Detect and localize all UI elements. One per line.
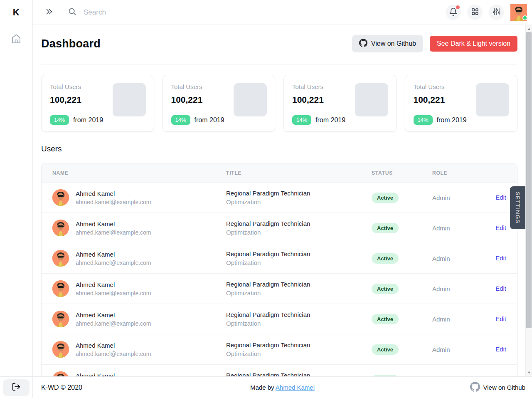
edit-link[interactable]: Edit bbox=[495, 376, 506, 376]
search-bar bbox=[68, 7, 446, 17]
sliders-icon bbox=[493, 7, 501, 17]
user-email: ahmed.kamel@example.com bbox=[76, 351, 151, 357]
footer-github-label: View on Github bbox=[483, 384, 525, 391]
stat-card-footer: 14% from 2019 bbox=[292, 115, 345, 125]
footer-github-button[interactable]: View on Github bbox=[470, 382, 525, 393]
column-header-title: TITLE bbox=[226, 170, 372, 176]
user-role: Admin bbox=[432, 255, 478, 262]
user-title: Regional Paradigm Technician bbox=[226, 341, 372, 349]
user-avatar bbox=[52, 280, 69, 297]
user-title-department: Optimization bbox=[226, 320, 372, 327]
table-row: Ahmed Kamel ahmed.kamel@example.com Regi… bbox=[42, 304, 517, 334]
theme-version-button[interactable]: See Dark & Light version bbox=[430, 36, 517, 52]
edit-link[interactable]: Edit bbox=[495, 224, 506, 231]
column-header-role: ROLE bbox=[432, 170, 478, 176]
user-menu-button[interactable] bbox=[510, 4, 527, 21]
title-cell: Regional Paradigm Technician Optimizatio… bbox=[226, 341, 372, 357]
status-cell: Active bbox=[372, 375, 432, 377]
app-logo: K bbox=[13, 0, 20, 25]
table-row: Ahmed Kamel ahmed.kamel@example.com Regi… bbox=[42, 273, 517, 304]
user-identity: Ahmed Kamel ahmed.kamel@example.com bbox=[76, 190, 151, 205]
stat-card-image-placeholder bbox=[113, 83, 146, 116]
status-badge: Active bbox=[372, 253, 399, 264]
scrollbar[interactable]: ▲ ▼ bbox=[525, 25, 532, 376]
stat-card-image-placeholder bbox=[355, 83, 388, 116]
status-badge: Active bbox=[372, 223, 399, 233]
chevron-double-right-icon bbox=[44, 7, 54, 17]
made-by-text: Made by Ahmed Kamel bbox=[250, 384, 315, 391]
notification-dot bbox=[456, 5, 460, 9]
column-header-name: NAME bbox=[52, 170, 226, 176]
actions-cell: Edit bbox=[478, 194, 506, 201]
users-table: NAME TITLE STATUS ROLE Ahmed Kamel bbox=[41, 163, 517, 376]
edit-link[interactable]: Edit bbox=[495, 285, 506, 292]
edit-link[interactable]: Edit bbox=[495, 346, 506, 353]
title-cell: Regional Paradigm Technician Optimizatio… bbox=[226, 190, 372, 205]
actions-cell: Edit bbox=[478, 255, 506, 262]
percentage-badge: 14% bbox=[292, 115, 311, 125]
stat-card-caption: from 2019 bbox=[73, 116, 103, 124]
users-section-title: Users bbox=[41, 144, 517, 153]
user-identity: Ahmed Kamel ahmed.kamel@example.com bbox=[76, 251, 151, 266]
user-email: ahmed.kamel@example.com bbox=[76, 290, 151, 297]
notifications-button[interactable] bbox=[446, 5, 461, 20]
user-identity: Ahmed Kamel ahmed.kamel@example.com bbox=[76, 342, 151, 357]
table-body: Ahmed Kamel ahmed.kamel@example.com Regi… bbox=[42, 182, 517, 376]
user-title-department: Optimization bbox=[226, 259, 372, 266]
edit-link[interactable]: Edit bbox=[495, 255, 506, 262]
status-cell: Active bbox=[372, 193, 432, 203]
search-input[interactable] bbox=[84, 8, 258, 17]
table-row: Ahmed Kamel ahmed.kamel@example.com Regi… bbox=[42, 334, 517, 364]
edit-link[interactable]: Edit bbox=[495, 194, 506, 201]
logout-button[interactable] bbox=[3, 379, 30, 396]
sidebar: K bbox=[0, 0, 33, 376]
user-identity: Ahmed Kamel ahmed.kamel@example.com bbox=[76, 281, 151, 297]
status-cell: Active bbox=[372, 253, 432, 264]
stat-card: Total Users 100,221 14% from 2019 bbox=[405, 75, 518, 132]
user-identity: Ahmed Kamel ahmed.kamel@example.com bbox=[76, 372, 151, 377]
sidebar-item-home[interactable] bbox=[8, 31, 25, 47]
edit-link[interactable]: Edit bbox=[495, 315, 506, 322]
user-role: Admin bbox=[432, 316, 478, 323]
status-badge: Active bbox=[372, 284, 399, 294]
author-link[interactable]: Ahmed Kamel bbox=[276, 384, 315, 391]
apps-button[interactable] bbox=[467, 5, 483, 20]
view-on-github-button[interactable]: View on Github bbox=[352, 35, 423, 52]
user-role: Admin bbox=[432, 376, 478, 377]
filters-button[interactable] bbox=[489, 5, 504, 20]
user-title-department: Optimization bbox=[226, 229, 372, 236]
grid-icon bbox=[471, 7, 479, 17]
status-cell: Active bbox=[372, 314, 432, 324]
user-avatar bbox=[52, 220, 69, 236]
page-header: Dashboard View on Github See Dark & Ligh… bbox=[41, 35, 517, 52]
user-name: Ahmed Kamel bbox=[76, 190, 151, 197]
user-avatar bbox=[52, 189, 69, 206]
user-identity: Ahmed Kamel ahmed.kamel@example.com bbox=[76, 311, 151, 327]
status-cell: Active bbox=[372, 223, 432, 233]
settings-tab[interactable]: SETTINGS bbox=[510, 186, 525, 229]
user-email: ahmed.kamel@example.com bbox=[76, 320, 151, 327]
stat-card-footer: 14% from 2019 bbox=[414, 115, 467, 125]
user-name: Ahmed Kamel bbox=[76, 220, 151, 227]
stat-card-image-placeholder bbox=[476, 83, 509, 116]
app-window: K bbox=[0, 0, 532, 398]
scrollbar-thumb[interactable] bbox=[526, 32, 532, 328]
copyright-text: K-WD © 2020 bbox=[41, 384, 82, 391]
main-content: Dashboard View on Github See Dark & Ligh… bbox=[33, 25, 532, 376]
user-name: Ahmed Kamel bbox=[76, 251, 151, 258]
scrollbar-up-arrow[interactable]: ▲ bbox=[526, 25, 532, 32]
user-avatar bbox=[52, 311, 69, 327]
scrollbar-down-arrow[interactable]: ▼ bbox=[526, 369, 532, 376]
user-cell: Ahmed Kamel ahmed.kamel@example.com bbox=[52, 311, 226, 327]
settings-tab-label: SETTINGS bbox=[515, 192, 521, 224]
user-title: Regional Paradigm Technician bbox=[226, 281, 372, 288]
user-cell: Ahmed Kamel ahmed.kamel@example.com bbox=[52, 341, 226, 358]
topbar-actions bbox=[446, 4, 527, 21]
user-name: Ahmed Kamel bbox=[76, 281, 151, 288]
table-row: Ahmed Kamel ahmed.kamel@example.com Regi… bbox=[42, 364, 517, 376]
sidebar-collapse-button[interactable] bbox=[44, 7, 54, 17]
actions-cell: Edit bbox=[478, 376, 506, 376]
user-title: Regional Paradigm Technician bbox=[226, 190, 372, 197]
actions-cell: Edit bbox=[478, 285, 506, 292]
user-name: Ahmed Kamel bbox=[76, 311, 151, 319]
